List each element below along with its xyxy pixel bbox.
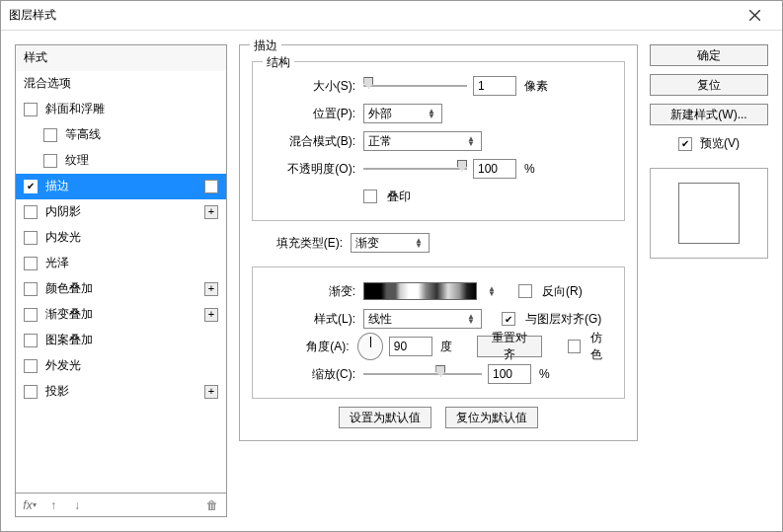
scale-slider[interactable]	[363, 371, 482, 377]
gradient-preview[interactable]	[363, 282, 477, 300]
opacity-unit: %	[524, 162, 535, 176]
blend-options-row[interactable]: 混合选项	[16, 71, 226, 97]
reset-default-button[interactable]: 复位为默认值	[445, 407, 538, 428]
checkbox[interactable]	[43, 154, 57, 168]
style-item-contour[interactable]: 等高线	[16, 122, 226, 148]
overprint-label: 叠印	[387, 189, 411, 205]
checkbox[interactable]	[24, 257, 38, 270]
styles-column: 样式 混合选项 斜面和浮雕 等高线 纹理 描边 内阴影 内发光 光泽 颜色叠加 …	[15, 44, 227, 517]
close-icon	[749, 10, 760, 21]
dither-checkbox[interactable]	[568, 340, 581, 353]
size-unit: 像素	[524, 78, 548, 95]
checkbox[interactable]	[24, 359, 38, 373]
window-title: 图层样式	[9, 7, 735, 24]
titlebar: 图层样式	[1, 1, 782, 31]
select-arrows-icon: ▲▼	[413, 238, 425, 248]
add-icon[interactable]	[204, 205, 218, 219]
styles-header: 样式	[16, 45, 226, 71]
style-item-inner-glow[interactable]: 内发光	[16, 225, 226, 251]
checkbox[interactable]	[24, 334, 38, 347]
position-label: 位置(P):	[265, 106, 357, 122]
style-item-color-overlay[interactable]: 颜色叠加	[16, 276, 226, 302]
add-icon[interactable]	[204, 180, 218, 193]
gradstyle-label: 样式(L):	[265, 311, 357, 328]
checkbox[interactable]	[24, 231, 38, 245]
position-select[interactable]: 外部▲▼	[363, 104, 442, 123]
add-icon[interactable]	[204, 282, 218, 296]
checkbox[interactable]	[24, 385, 38, 399]
checkbox[interactable]	[24, 103, 38, 116]
close-button[interactable]	[735, 2, 774, 30]
fx-menu-icon[interactable]: fx▾	[22, 497, 38, 513]
stroke-group-title: 描边	[250, 38, 281, 54]
overprint-checkbox[interactable]	[363, 190, 377, 203]
checkbox[interactable]	[24, 282, 38, 296]
size-label: 大小(S):	[265, 78, 357, 95]
preview-checkbox[interactable]	[678, 137, 692, 151]
stroke-panel: 描边 结构 大小(S): 像素 位置(P): 外部▲▼ 混合模式(B):	[239, 44, 638, 517]
scale-input[interactable]	[488, 364, 531, 384]
checkbox[interactable]	[43, 128, 57, 142]
blendmode-label: 混合模式(B):	[265, 133, 357, 150]
size-slider[interactable]	[363, 83, 467, 89]
checkbox[interactable]	[24, 180, 38, 193]
new-style-button[interactable]: 新建样式(W)...	[650, 104, 768, 125]
preview-swatch	[678, 183, 740, 244]
right-column: 确定 复位 新建样式(W)... 预览(V)	[650, 44, 768, 517]
opacity-label: 不透明度(O):	[265, 161, 357, 178]
opacity-slider[interactable]	[363, 166, 467, 172]
checkbox[interactable]	[24, 308, 38, 322]
move-down-icon[interactable]: ↓	[69, 497, 85, 513]
layer-style-dialog: 图层样式 样式 混合选项 斜面和浮雕 等高线 纹理 描边 内阴影 内发光 光泽 …	[0, 0, 783, 532]
preview-label: 预览(V)	[700, 135, 740, 152]
style-item-inner-shadow[interactable]: 内阴影	[16, 199, 226, 225]
cancel-button[interactable]: 复位	[650, 74, 768, 96]
scale-unit: %	[539, 367, 550, 381]
reset-align-button[interactable]: 重置对齐	[477, 336, 543, 357]
ok-button[interactable]: 确定	[650, 44, 768, 66]
scale-label: 缩放(C):	[265, 366, 357, 383]
select-arrows-icon: ▲▼	[465, 314, 477, 324]
size-input[interactable]	[473, 76, 516, 96]
align-label: 与图层对齐(G)	[525, 311, 601, 328]
angle-unit: 度	[440, 339, 452, 355]
set-default-button[interactable]: 设置为默认值	[339, 407, 431, 428]
style-item-satin[interactable]: 光泽	[16, 251, 226, 276]
select-arrows-icon: ▲▼	[465, 136, 477, 146]
move-up-icon[interactable]: ↑	[45, 497, 61, 513]
gradient-dropdown-icon[interactable]: ▲▼	[485, 286, 499, 296]
blendmode-select[interactable]: 正常▲▼	[363, 131, 482, 151]
dither-label: 仿色	[590, 330, 612, 363]
select-arrows-icon: ▲▼	[426, 109, 437, 118]
angle-dial[interactable]	[357, 333, 383, 360]
preview-box-container	[650, 168, 768, 259]
style-item-pattern-overlay[interactable]: 图案叠加	[16, 328, 226, 353]
filltype-label: 填充类型(E):	[252, 235, 345, 252]
styles-footer: fx▾ ↑ ↓ 🗑	[15, 494, 227, 517]
angle-label: 角度(A):	[265, 339, 352, 355]
checkbox[interactable]	[24, 205, 38, 219]
structure-title: 结构	[263, 54, 294, 71]
style-item-gradient-overlay[interactable]: 渐变叠加	[16, 302, 226, 328]
add-icon[interactable]	[204, 308, 218, 322]
style-item-stroke[interactable]: 描边	[16, 174, 226, 199]
gradstyle-select[interactable]: 线性▲▼	[363, 309, 482, 329]
styles-list: 样式 混合选项 斜面和浮雕 等高线 纹理 描边 内阴影 内发光 光泽 颜色叠加 …	[15, 44, 227, 494]
filltype-select[interactable]: 渐变▲▼	[351, 233, 430, 253]
style-item-bevel[interactable]: 斜面和浮雕	[16, 97, 226, 122]
add-icon[interactable]	[204, 385, 218, 399]
angle-input[interactable]	[389, 337, 432, 356]
style-item-texture[interactable]: 纹理	[16, 148, 226, 174]
gradient-label: 渐变:	[265, 283, 357, 300]
trash-icon[interactable]: 🗑	[204, 497, 220, 513]
style-item-drop-shadow[interactable]: 投影	[16, 379, 226, 405]
align-checkbox[interactable]	[502, 312, 515, 326]
reverse-label: 反向(R)	[542, 283, 583, 300]
style-item-outer-glow[interactable]: 外发光	[16, 353, 226, 379]
reverse-checkbox[interactable]	[518, 284, 532, 298]
opacity-input[interactable]	[473, 159, 516, 179]
